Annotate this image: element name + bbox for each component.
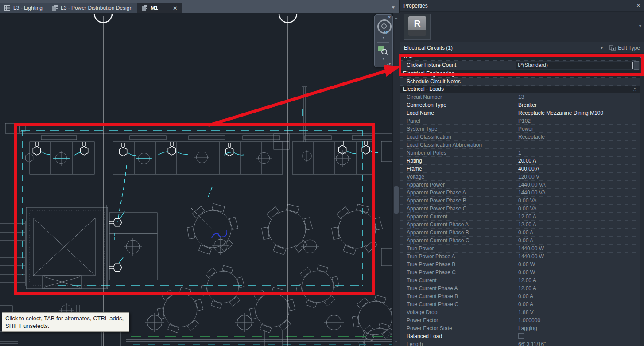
edit-type-label: Edit Type — [618, 45, 640, 51]
property-row[interactable]: Apparent Current Phase B0.00 A — [400, 229, 640, 237]
property-row[interactable]: Load NameReceptacle Mezzanine Dining M10… — [400, 109, 640, 117]
property-label: Panel — [400, 118, 516, 124]
properties-scrollbar[interactable]: ︿ — [640, 53, 644, 346]
magnifier-handle — [386, 53, 388, 55]
revit-window: { "tabs": [ {"label": "L3 - Lighting", "… — [0, 0, 644, 346]
property-section-header[interactable]: Text︿︿ — [400, 53, 640, 61]
property-label: Connection Type — [400, 102, 516, 108]
property-row[interactable]: Voltage120.00 V — [400, 173, 640, 181]
property-value: 0.00 A — [516, 293, 640, 299]
navigation-bar[interactable]: ✕ 2D ▼ ▼ ≡▾ — [374, 14, 393, 67]
property-row[interactable]: Voltage Drop1.88 V — [400, 308, 640, 316]
property-value: 0.00 VA — [516, 198, 640, 204]
property-row[interactable]: Schedule Circuit Notes — [400, 78, 640, 86]
canvas-vertical-scrollbar[interactable]: ︿ ﹀ — [392, 13, 400, 346]
family-thumbnail: R — [404, 14, 431, 40]
type-selector-row[interactable]: Electrical Circuits (1) ▼ Edit Type — [400, 42, 644, 54]
tab-close-icon[interactable]: ✕ — [173, 5, 178, 12]
property-row[interactable]: System TypePower — [400, 125, 640, 133]
property-row[interactable]: Length66' 3 11/16" — [400, 340, 640, 346]
property-row[interactable]: True Power Phase C0.00 W — [400, 268, 640, 276]
property-value: 12.00 A — [516, 222, 640, 228]
stairs — [0, 224, 25, 283]
property-value: Receptacle Mezzanine Dining M100 — [516, 110, 640, 116]
property-value: 0.00 W — [516, 269, 640, 276]
close-icon[interactable]: ✕ — [388, 15, 391, 19]
property-row[interactable]: True Power Phase B0.00 W — [400, 260, 640, 268]
properties-panel: Properties ✕ R ▼ Electrical Circuits (1)… — [399, 0, 644, 346]
view-tab-l3-power-distribution-design[interactable]: L3 - Power Distribution Design — [47, 3, 137, 13]
property-section-header[interactable]: Electrical Engineering︿︿ — [400, 70, 640, 78]
property-label: Voltage — [400, 174, 516, 180]
property-row[interactable]: True Power1440.00 W — [400, 245, 640, 253]
property-row[interactable]: Connection TypeBreaker — [400, 101, 640, 109]
property-row[interactable]: Apparent Power1440.00 VA — [400, 181, 640, 189]
browse-button[interactable] — [634, 61, 639, 70]
scroll-down-icon[interactable]: ﹀ — [393, 339, 400, 345]
view-tab-m1[interactable]: M1✕ — [137, 3, 182, 13]
property-row[interactable]: Power Factor1.000000 — [400, 316, 640, 324]
property-row[interactable]: True Current12.00 A — [400, 276, 640, 284]
property-value: 0.00 A — [516, 229, 640, 236]
property-value: 12.00 A — [516, 277, 640, 284]
property-value: 1440.00 W — [516, 245, 640, 252]
property-row[interactable]: Apparent Current Phase C0.00 A — [400, 237, 640, 245]
property-label: Number of Poles — [400, 150, 516, 156]
type-selector-preview[interactable]: R ▼ — [400, 12, 644, 42]
property-label: Apparent Power — [400, 182, 516, 188]
property-row[interactable]: Clicker Fixture Count — [400, 61, 640, 70]
property-label: Schedule Circuit Notes — [400, 78, 516, 85]
property-value: 1440.00 VA — [516, 182, 640, 188]
scrollbar-thumb[interactable] — [394, 186, 399, 214]
selected-circuit-element[interactable] — [210, 230, 227, 238]
property-row[interactable]: Apparent Current Phase A12.00 A — [400, 221, 640, 229]
property-value-input[interactable] — [516, 62, 633, 69]
navbar-customize-icon[interactable]: ≡▾ — [387, 62, 391, 66]
property-row[interactable]: Number of Poles1 — [400, 149, 640, 157]
edit-type-button[interactable]: Edit Type — [607, 44, 642, 52]
property-row[interactable]: Rating20.00 A — [400, 157, 640, 165]
chevron-down-icon[interactable]: ▼ — [382, 57, 385, 60]
collapse-chevrons-icon[interactable]: ︿︿ — [633, 55, 636, 58]
property-value: Lagging — [516, 325, 640, 331]
property-row[interactable]: Apparent Power Phase A1440.00 VA — [400, 189, 640, 197]
property-row[interactable]: PanelP102 — [400, 117, 640, 125]
properties-title-bar[interactable]: Properties ✕ — [400, 0, 644, 12]
property-row[interactable]: Apparent Current12.00 A — [400, 213, 640, 221]
property-value: 1 — [516, 150, 640, 156]
property-value: 66' 3 11/16" — [516, 341, 640, 346]
property-label: True Power Phase A — [400, 253, 516, 260]
property-section-header[interactable]: Electrical - Loads︿︿ — [400, 86, 640, 93]
property-row[interactable]: Frame400.00 A — [400, 165, 640, 173]
drawing-canvas[interactable]: ✕ 2D ▼ ▼ ≡▾ Click to select, TAB for alt… — [0, 0, 392, 346]
property-row[interactable]: True Current Phase B0.00 A — [400, 292, 640, 300]
property-row[interactable]: True Current Phase A12.00 A — [400, 284, 640, 292]
balanced-load-checkbox[interactable] — [518, 333, 524, 339]
tab-overflow-icon[interactable]: ▼ — [391, 5, 396, 10]
collapse-chevrons-icon[interactable]: ︿︿ — [633, 72, 636, 75]
property-label: Apparent Power Phase B — [400, 198, 516, 204]
property-label: Apparent Current — [400, 214, 516, 220]
chevron-down-icon[interactable]: ▼ — [638, 24, 642, 28]
property-row[interactable]: Load Classification Abbreviation — [400, 141, 640, 149]
scroll-up-icon[interactable]: ︿ — [640, 54, 644, 59]
property-label: Load Classification — [400, 134, 516, 140]
property-row[interactable]: Apparent Power Phase B0.00 VA — [400, 197, 640, 205]
property-row[interactable]: True Power Phase A1440.00 W — [400, 253, 640, 260]
property-row[interactable]: Circuit Number13 — [400, 93, 640, 101]
property-row[interactable]: Balanced Load — [400, 332, 640, 340]
floor-plan-drawing — [0, 0, 392, 346]
property-row[interactable]: Apparent Power Phase C0.00 VA — [400, 205, 640, 213]
property-row[interactable]: Load ClassificationReceptacle — [400, 133, 640, 141]
property-row[interactable]: True Current Phase C0.00 A — [400, 300, 640, 308]
chevron-down-icon[interactable]: ▼ — [382, 36, 385, 39]
scroll-up-icon[interactable]: ︿ — [393, 15, 400, 21]
close-icon[interactable]: ✕ — [636, 3, 640, 8]
view-tab-l3-lighting[interactable]: L3 - Lighting — [0, 3, 47, 13]
chevron-down-icon[interactable]: ▼ — [596, 46, 607, 50]
collapse-chevrons-icon[interactable]: ︿︿ — [633, 87, 636, 91]
property-row[interactable]: Power Factor StateLagging — [400, 324, 640, 332]
property-label: True Current Phase B — [400, 293, 516, 299]
property-value: 1440.00 W — [516, 253, 640, 260]
property-value: 20.00 A — [516, 158, 640, 164]
